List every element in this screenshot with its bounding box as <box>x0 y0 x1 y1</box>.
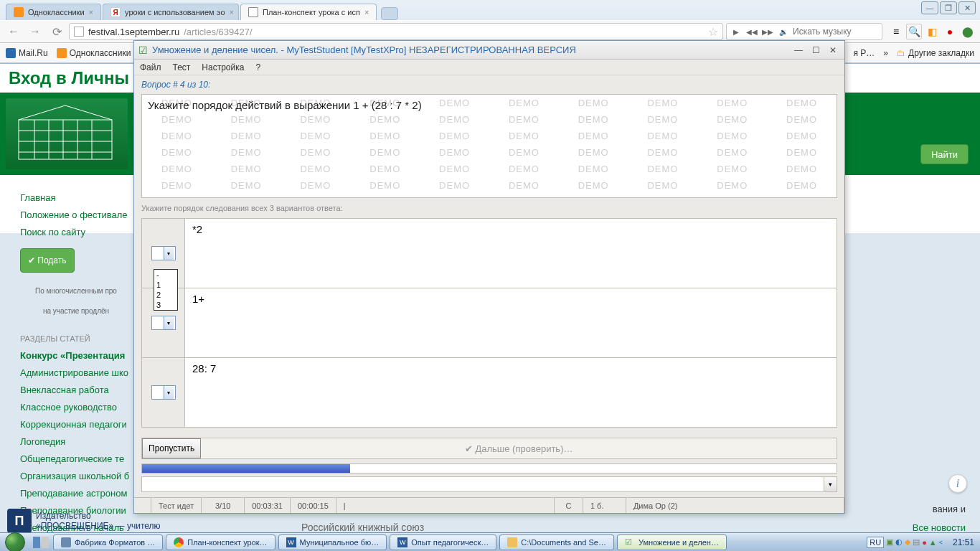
tray-icon[interactable]: ◐ <box>895 537 903 547</box>
word-icon: W <box>286 537 296 547</box>
new-tab-button[interactable] <box>381 7 398 20</box>
status-c: C <box>555 498 583 513</box>
close-icon[interactable]: × <box>230 8 234 17</box>
menu-icon[interactable]: ≡ <box>888 24 904 39</box>
window-restore-icon[interactable]: ❐ <box>940 1 957 14</box>
tray-icon[interactable]: ● <box>922 538 927 547</box>
chrome-icon <box>174 537 184 547</box>
clock[interactable]: 21:51 <box>947 537 980 547</box>
find-button[interactable]: Найти <box>920 144 969 164</box>
combo-input[interactable]: ▾ <box>141 476 837 492</box>
browser-tab[interactable]: Я уроки с использованием эо × <box>103 4 239 20</box>
tray-icon[interactable]: ◆ <box>905 537 910 547</box>
quicklaunch-icon[interactable] <box>42 537 49 548</box>
dropdown-option[interactable]: 1 <box>154 280 177 290</box>
start-button[interactable] <box>0 533 30 552</box>
order-select[interactable]: ▾ <box>151 316 176 330</box>
close-icon[interactable]: × <box>89 8 93 17</box>
word-icon: W <box>397 537 407 547</box>
taskbar-item-active[interactable]: ☑Умножение и делен… <box>617 534 727 550</box>
dropdown-option[interactable]: - <box>154 270 177 280</box>
ext-icon[interactable]: ◧ <box>924 24 940 39</box>
tray-icon[interactable]: ▣ <box>886 537 893 547</box>
ext-icon[interactable]: ● <box>942 24 958 39</box>
dropdown-option[interactable]: 3 <box>154 300 177 310</box>
sidebar-item[interactable]: Главная <box>20 189 143 207</box>
taskbar-item[interactable]: План-конспект урок… <box>166 534 275 550</box>
submit-button[interactable]: ✔ Подать <box>20 248 75 273</box>
menu-file[interactable]: Файл <box>140 62 161 72</box>
sidebar-item[interactable]: Поиск по сайту <box>20 224 143 241</box>
sidebar-item[interactable]: Коррекционная педагоги <box>20 416 143 433</box>
info-icon[interactable]: i <box>948 474 967 493</box>
reload-button[interactable]: ⟳ <box>47 22 66 41</box>
lang-indicator[interactable]: RU <box>867 537 884 548</box>
back-button[interactable]: ← <box>4 22 23 41</box>
next-button[interactable]: ✔ Дальше (проверить)… <box>201 443 837 454</box>
music-volume-icon[interactable]: 🔉 <box>777 25 790 38</box>
taskbar-item[interactable]: Фабрика Форматов … <box>53 534 163 550</box>
sidebar-item[interactable]: Конкурс «Презентация <box>20 347 143 364</box>
menu-help[interactable]: ? <box>255 62 260 72</box>
tray-icon[interactable]: < <box>939 539 943 546</box>
progress-bar <box>141 463 837 474</box>
skip-button[interactable]: Пропустить <box>142 438 201 458</box>
all-news-link[interactable]: Все новости <box>913 522 966 533</box>
music-next-icon[interactable]: ▶▶ <box>761 25 774 38</box>
ext-icon[interactable]: ⬤ <box>960 24 976 39</box>
bookmark-label: Другие закладки <box>908 48 974 58</box>
taskbar-item[interactable]: C:\Documents and Se… <box>499 534 614 550</box>
sidebar-item[interactable]: Организация школьной б <box>20 468 143 485</box>
building-illustration <box>6 98 128 169</box>
taskbar-item[interactable]: WМуниципальное бю… <box>278 534 387 550</box>
sidebar-item[interactable]: Преподавание астроном <box>20 485 143 502</box>
tab-label: План-конспект урока с исп <box>263 8 360 17</box>
dropdown-option[interactable]: 2 <box>154 290 177 300</box>
answers-panel: ▾ - 1 2 3 *2 ▾ 1+ ▾ 28: 7 <box>141 218 837 428</box>
order-dropdown-open[interactable]: - 1 2 3 <box>154 269 178 311</box>
question-panel: Укажите порядок действий в выражении 1 +… <box>141 94 837 198</box>
menu-settings[interactable]: Настройка <box>202 62 244 72</box>
bookmark-overflow[interactable]: » <box>883 48 888 58</box>
quicklaunch-icon[interactable] <box>33 537 40 548</box>
sidebar-item[interactable]: Администрирование шко <box>20 364 143 382</box>
address-bar[interactable]: festival.1september.ru/articles/639427/ … <box>69 23 723 40</box>
sidebar-item[interactable]: Внеклассная работа <box>20 382 143 399</box>
music-prev-icon[interactable]: ◀◀ <box>745 25 758 38</box>
taskbar-item[interactable]: WОпыт педагогическ… <box>390 534 496 550</box>
window-minimize-icon[interactable]: — <box>791 44 806 56</box>
window-maximize-icon[interactable]: ☐ <box>809 44 823 56</box>
status-time-question: 00:00:15 <box>291 498 336 513</box>
window-close-icon[interactable]: ✕ <box>826 44 840 56</box>
order-select[interactable]: ▾ <box>151 385 176 400</box>
chevron-down-icon[interactable]: ▾ <box>824 477 837 491</box>
section-heading: РАЗДЕЛЫ СТАТЕЙ <box>20 330 143 347</box>
bookmark-item[interactable]: Одноклассники <box>57 48 131 58</box>
tray-icon[interactable]: ▲ <box>929 538 937 547</box>
sidebar-item[interactable]: Общепедагогические те <box>20 451 143 468</box>
browser-tab[interactable]: Одноклассники × <box>6 4 101 20</box>
search-icon[interactable]: 🔍 <box>906 24 922 39</box>
status-bar: Тест идет 3/10 00:03:31 00:00:15 | C 1 б… <box>134 497 844 513</box>
close-icon[interactable]: × <box>364 8 369 17</box>
window-minimize-icon[interactable]: — <box>921 1 938 14</box>
sidebar-item[interactable]: Логопедия <box>20 433 143 451</box>
window-close-icon[interactable]: ✕ <box>958 1 976 14</box>
url-domain: festival.1september.ru <box>88 27 179 37</box>
sidebar-item[interactable]: Классное руководство <box>20 399 143 416</box>
sidebar-item[interactable]: Положение о фестивале <box>20 207 143 224</box>
order-select[interactable]: ▾ <box>151 246 176 260</box>
tray-icon[interactable]: ▤ <box>913 537 920 547</box>
browser-tab-active[interactable]: План-конспект урока с исп × <box>240 4 377 20</box>
favicon-yandex-icon: Я <box>110 7 121 17</box>
music-play-icon[interactable]: ▶ <box>730 25 743 38</box>
bookmark-star-icon[interactable]: ☆ <box>708 25 718 39</box>
other-bookmarks[interactable]: 🗀Другие закладки <box>897 48 974 58</box>
answer-text: *2 <box>185 219 837 288</box>
forward-button[interactable]: → <box>26 22 44 41</box>
bookmark-item[interactable]: я Р… <box>854 48 875 58</box>
music-search-input[interactable] <box>793 27 879 37</box>
app-check-icon: ☑ <box>138 44 148 56</box>
bookmark-item[interactable]: Mail.Ru <box>6 48 48 58</box>
menu-test[interactable]: Тест <box>173 62 191 72</box>
